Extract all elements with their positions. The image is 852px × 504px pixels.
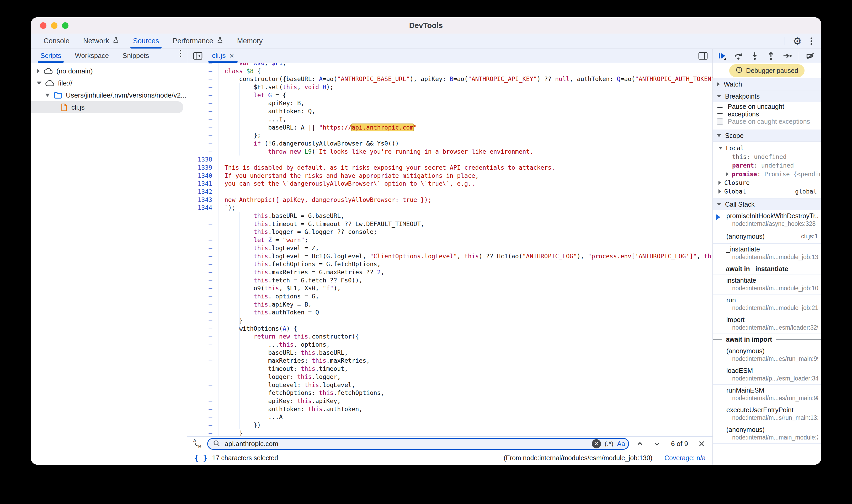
line-marker[interactable]: – bbox=[187, 405, 219, 413]
code-line[interactable]: – this.baseURL = G.baseURL, bbox=[187, 212, 712, 220]
code-line[interactable]: – if (!G.dangerouslyAllowBrowser && Ys0(… bbox=[187, 140, 712, 148]
line-marker[interactable]: – bbox=[187, 115, 219, 124]
code-line[interactable]: 1344`); bbox=[187, 204, 712, 212]
watch-section-header[interactable]: Watch bbox=[713, 78, 821, 90]
breakpoint-option[interactable]: Pause on uncaught exceptions bbox=[713, 105, 821, 116]
tab-console[interactable]: Console bbox=[37, 34, 76, 49]
line-marker[interactable]: – bbox=[187, 63, 219, 67]
previous-match-icon[interactable] bbox=[634, 439, 646, 449]
line-marker[interactable]: – bbox=[187, 212, 219, 220]
line-marker[interactable]: – bbox=[187, 236, 219, 244]
caret-right-icon[interactable] bbox=[718, 189, 721, 194]
code-line[interactable]: – logLevel: this.logLevel, bbox=[187, 381, 712, 389]
code-line[interactable]: – logger: this.logger, bbox=[187, 373, 712, 381]
scope-group-global[interactable]: Globalglobal bbox=[713, 187, 821, 196]
line-marker[interactable]: – bbox=[187, 140, 219, 148]
code-line[interactable]: – var Xs0, $F1; bbox=[187, 63, 712, 67]
line-marker[interactable]: – bbox=[187, 228, 219, 236]
regex-toggle[interactable]: (.*) bbox=[605, 440, 613, 448]
call-stack-frame[interactable]: _instantiatenode:internal/m...module_job… bbox=[713, 244, 821, 263]
pretty-print-icon[interactable]: { } bbox=[194, 454, 208, 462]
line-marker[interactable]: – bbox=[187, 276, 219, 285]
source-origin-link[interactable]: node:internal/modules/esm/module_job:130 bbox=[523, 454, 650, 462]
line-marker[interactable]: – bbox=[187, 244, 219, 252]
scope-group-local[interactable]: Local bbox=[713, 144, 821, 152]
line-marker[interactable]: – bbox=[187, 429, 219, 436]
code-line[interactable]: – fetchOptions: this.fetchOptions, bbox=[187, 389, 712, 397]
caret-right-icon[interactable] bbox=[726, 172, 728, 176]
line-marker[interactable]: – bbox=[187, 67, 219, 75]
code-line[interactable]: – maxRetries: this.maxRetries, bbox=[187, 357, 712, 365]
scope-entry-parent[interactable]: parent: undefined bbox=[713, 161, 821, 170]
code-line[interactable]: – baseURL: this.baseURL, bbox=[187, 349, 712, 357]
line-marker[interactable]: – bbox=[187, 124, 219, 132]
line-number[interactable]: 1339 bbox=[187, 164, 219, 172]
line-marker[interactable]: – bbox=[187, 252, 219, 260]
caret-right-icon[interactable] bbox=[37, 69, 40, 73]
show-debugger-panel-icon[interactable] bbox=[698, 52, 708, 60]
code-line[interactable]: – let Z = "warn"; bbox=[187, 236, 712, 244]
code-line[interactable]: 1340If you understand the risks and have… bbox=[187, 172, 712, 180]
call-stack-frame[interactable]: loadESMnode:internal/p.../esm_loader:34 bbox=[713, 365, 821, 385]
hide-navigator-icon[interactable] bbox=[192, 51, 203, 61]
code-line[interactable]: – }; bbox=[187, 131, 712, 140]
tree-item-cli-js[interactable]: cli.js bbox=[31, 101, 183, 113]
code-line[interactable]: – }) bbox=[187, 421, 712, 429]
code-line[interactable]: –class $8 { bbox=[187, 67, 712, 75]
call-stack-frame[interactable]: runnode:internal/m...module_job:214 bbox=[713, 294, 821, 314]
call-stack-frame[interactable]: executeUserEntryPointnode:internal/m...s… bbox=[713, 404, 821, 424]
code-line[interactable]: – } bbox=[187, 429, 712, 436]
step-into-icon[interactable] bbox=[750, 51, 759, 60]
line-marker[interactable]: – bbox=[187, 260, 219, 268]
tree-item--no-domain-[interactable]: (no domain) bbox=[31, 65, 187, 77]
line-marker[interactable]: – bbox=[187, 373, 219, 381]
line-marker[interactable]: – bbox=[187, 389, 219, 397]
source-code[interactable]: – var Xs0, $F1;–class $8 {– constructor(… bbox=[187, 63, 712, 436]
tree-item-file-[interactable]: file:// bbox=[31, 77, 187, 89]
line-marker[interactable]: – bbox=[187, 83, 219, 91]
tab-network[interactable]: Network bbox=[76, 34, 126, 49]
line-marker[interactable]: – bbox=[187, 284, 219, 292]
call-stack-frame[interactable]: promiseInitHookWithDestroyTr...node:inte… bbox=[713, 210, 821, 230]
step-icon[interactable] bbox=[782, 51, 792, 60]
call-stack-frame[interactable]: (anonymous)cli.js:1 bbox=[713, 230, 821, 244]
line-marker[interactable]: – bbox=[187, 421, 219, 429]
line-marker[interactable]: – bbox=[187, 332, 219, 341]
resume-script-icon[interactable] bbox=[717, 51, 727, 60]
tab-sources[interactable]: Sources bbox=[126, 34, 166, 49]
code-line[interactable]: – this._options = G, bbox=[187, 292, 712, 301]
line-marker[interactable]: – bbox=[187, 107, 219, 115]
checkbox[interactable] bbox=[717, 107, 723, 114]
line-marker[interactable]: – bbox=[187, 365, 219, 373]
line-number[interactable]: 1343 bbox=[187, 196, 219, 204]
scope-section-header[interactable]: Scope bbox=[713, 129, 821, 142]
code-line[interactable]: – this.logLevel = Hc1(G.logLevel, "Clien… bbox=[187, 252, 712, 260]
close-tab-icon[interactable]: × bbox=[230, 51, 234, 60]
call-stack-frame[interactable]: runMainESMnode:internal/m...es/run_main:… bbox=[713, 385, 821, 404]
caret-right-icon[interactable] bbox=[718, 181, 721, 185]
line-marker[interactable]: – bbox=[187, 413, 219, 421]
scope-group-closure[interactable]: Closure bbox=[713, 178, 821, 187]
line-marker[interactable]: – bbox=[187, 220, 219, 228]
tab-memory[interactable]: Memory bbox=[230, 34, 270, 49]
deactivate-breakpoints-icon[interactable] bbox=[806, 51, 815, 60]
call-stack-frame[interactable]: (anonymous)node:internal/m...main_module… bbox=[713, 424, 821, 444]
navigator-more-icon[interactable] bbox=[179, 49, 187, 63]
editor-tab-clijs[interactable]: cli.js × bbox=[206, 49, 240, 63]
code-line[interactable]: 1342 bbox=[187, 188, 712, 196]
line-marker[interactable]: – bbox=[187, 131, 219, 140]
line-marker[interactable]: – bbox=[187, 301, 219, 309]
line-number[interactable]: 1344 bbox=[187, 204, 219, 212]
code-line[interactable]: – this.maxRetries = G.maxRetries ?? 2, bbox=[187, 268, 712, 276]
step-over-icon[interactable] bbox=[734, 51, 743, 60]
code-line[interactable]: – baseURL: A || "https://api.anthropic.c… bbox=[187, 124, 712, 132]
call-stack-frame[interactable]: (anonymous)node:internal/m...es/run_main… bbox=[713, 345, 821, 365]
line-marker[interactable]: – bbox=[187, 381, 219, 389]
replace-toggle-icon[interactable]: AB bbox=[193, 438, 202, 450]
sidebar-tab-scripts[interactable]: Scripts bbox=[34, 49, 68, 63]
line-number[interactable]: 1340 bbox=[187, 172, 219, 180]
code-line[interactable]: – this.logLevel = Z, bbox=[187, 244, 712, 252]
coverage-link[interactable]: Coverage: n/a bbox=[664, 454, 706, 462]
line-marker[interactable]: – bbox=[187, 308, 219, 317]
code-line[interactable]: – let G = { bbox=[187, 91, 712, 100]
